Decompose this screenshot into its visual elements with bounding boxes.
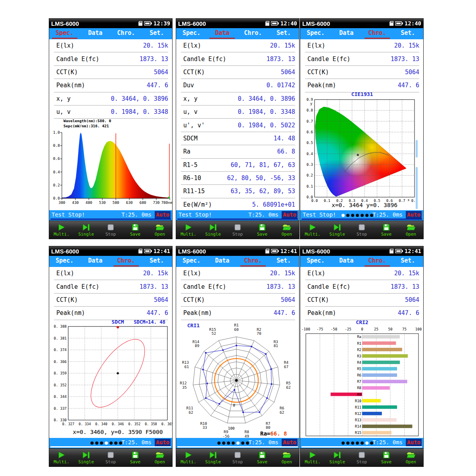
tab-chro[interactable]: Chro. <box>362 256 393 267</box>
table-row: Candle E(fc)1873. 13 <box>181 52 295 65</box>
single-button[interactable]: Single <box>74 221 98 239</box>
row-value: 447. 6 <box>147 309 168 317</box>
svg-text:430: 430 <box>72 200 79 205</box>
svg-text:0.0: 0.0 <box>311 199 318 203</box>
tab-spec[interactable]: Spec. <box>176 28 207 39</box>
stop-button[interactable]: Stop <box>98 221 123 239</box>
single-button[interactable]: Single <box>325 221 349 239</box>
multi-button[interactable]: Multi. <box>300 449 325 466</box>
save-button[interactable]: Save <box>250 449 274 466</box>
row-label: Peak(nm) <box>181 309 212 317</box>
tab-data[interactable]: Data <box>207 256 238 267</box>
tab-chro[interactable]: Chro. <box>238 28 269 39</box>
open-button[interactable]: Open <box>399 221 423 239</box>
clock: 12:41 <box>154 248 170 254</box>
table-row: E(lx)20. 15k <box>54 39 168 52</box>
tab-data[interactable]: Data <box>331 28 362 39</box>
open-button[interactable]: Open <box>399 449 423 466</box>
svg-text:1.0: 1.0 <box>53 130 60 134</box>
tab-spec[interactable]: Spec. <box>300 28 331 39</box>
save-button[interactable]: Save <box>374 449 399 466</box>
stop-button[interactable]: Stop <box>349 221 374 239</box>
svg-text:R270: R270 <box>257 327 261 336</box>
open-button[interactable]: Open <box>148 221 172 239</box>
save-button[interactable]: Save <box>250 221 274 239</box>
svg-text:0.0: 0.0 <box>307 195 313 199</box>
save-button[interactable]: Save <box>374 221 399 239</box>
multi-button[interactable]: Multi. <box>49 449 74 466</box>
multi-button[interactable]: Multi. <box>176 221 201 239</box>
tab-spec[interactable]: Spec. <box>49 28 80 39</box>
tab-set[interactable]: Set. <box>269 256 299 267</box>
tab-data[interactable]: Data <box>207 28 238 39</box>
row-label: Peak(nm) <box>305 82 336 89</box>
row-value: 0. 01742 <box>267 82 295 89</box>
save-icon <box>258 451 266 459</box>
tab-set[interactable]: Set. <box>393 28 424 39</box>
tool-label: Stop <box>232 459 243 464</box>
single-button[interactable]: Single <box>74 449 98 466</box>
single-button[interactable]: Single <box>325 449 349 466</box>
open-button[interactable]: Open <box>274 221 299 239</box>
single-button[interactable]: Single <box>201 449 225 466</box>
svg-text:-25: -25 <box>345 327 351 331</box>
page-dots <box>217 441 249 445</box>
tool-label: Multi. <box>180 459 196 464</box>
stop-button[interactable]: Stop <box>225 449 250 466</box>
tool-label: Open <box>155 459 165 464</box>
multi-button[interactable]: Multi. <box>49 221 74 239</box>
tab-spec[interactable]: Spec. <box>300 256 331 267</box>
tab-data[interactable]: Data <box>80 28 111 39</box>
toolbar: Multi.SingleStopSaveOpen <box>49 448 172 466</box>
title-bar: LMS-6000 12:41 <box>176 246 299 256</box>
measurement-table: E(lx)20. 15kCandle E(fc)1873. 13CCT(K)50… <box>49 39 172 119</box>
play-icon <box>308 223 317 232</box>
tab-set[interactable]: Set. <box>142 28 173 39</box>
tool-label: Save <box>257 232 268 237</box>
sdcm-chart: SDCMSDCM=14. 480. 3880. 3810. 3740. 3660… <box>49 319 172 438</box>
tab-chro[interactable]: Chro. <box>238 256 269 267</box>
row-value: 0. 3464, 0. 3896 <box>111 95 169 102</box>
row-value: 20. 15k <box>270 42 295 49</box>
svg-text:R3: R3 <box>357 354 361 358</box>
svg-text:0.3: 0.3 <box>307 163 313 167</box>
row-label: SDCM <box>181 135 198 142</box>
tab-spec[interactable]: Spec. <box>49 256 80 267</box>
save-button[interactable]: Save <box>123 449 148 466</box>
tab-chro[interactable]: Chro. <box>111 28 142 39</box>
tab-set[interactable]: Set. <box>393 256 424 267</box>
scrollbar-thumb[interactable] <box>416 167 418 209</box>
chart-area: CIE19310.00.10.20.30.40.50.60.70.80.00.1… <box>300 91 423 210</box>
single-button[interactable]: Single <box>201 221 225 239</box>
tab-set[interactable]: Set. <box>269 28 299 39</box>
save-icon <box>131 223 139 232</box>
page-dot <box>114 441 117 445</box>
open-button[interactable]: Open <box>148 449 172 466</box>
table-row: CCT(K)5064 <box>181 294 295 307</box>
svg-text:R562: R562 <box>286 381 290 390</box>
stop-button[interactable]: Stop <box>349 449 374 466</box>
svg-text:Sepc(mW/nm):316. 421: Sepc(mW/nm):316. 421 <box>63 124 109 128</box>
screen-content: E(lx)20. 15kCandle E(fc)1873. 13CCT(K)50… <box>176 267 299 438</box>
stop-button[interactable]: Stop <box>225 221 250 239</box>
multi-button[interactable]: Multi. <box>176 449 201 466</box>
tool-label: Single <box>329 459 345 464</box>
device-title: LMS-6000 <box>178 20 206 27</box>
battery-icon <box>144 249 152 253</box>
save-button[interactable]: Save <box>123 221 148 239</box>
tab-chro[interactable]: Chro. <box>111 256 142 267</box>
scrollbar-thumb[interactable] <box>416 140 418 157</box>
page-dot <box>365 214 369 217</box>
multi-button[interactable]: Multi. <box>300 221 325 239</box>
tab-set[interactable]: Set. <box>142 256 173 267</box>
open-button[interactable]: Open <box>274 449 299 466</box>
svg-text:R4: R4 <box>357 361 361 365</box>
table-row: Peak(nm)447. 6 <box>54 79 168 92</box>
tab-data[interactable]: Data <box>80 256 111 267</box>
stop-button[interactable]: Stop <box>98 449 123 466</box>
tab-data[interactable]: Data <box>331 256 362 267</box>
svg-text:0. 381: 0. 381 <box>54 336 67 340</box>
device-screen-cie1931: LMS-6000 12:40 Spec. Data Chro. Set. E(l… <box>300 18 424 239</box>
tab-chro[interactable]: Chro. <box>362 28 393 39</box>
tab-spec[interactable]: Spec. <box>176 256 207 267</box>
